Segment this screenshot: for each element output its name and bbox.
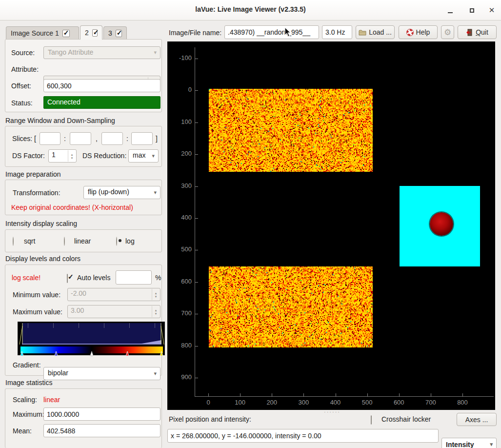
slice-end-row-input[interactable] xyxy=(70,132,91,145)
radio-sqrt[interactable] xyxy=(13,237,14,246)
tab-image-source-3[interactable]: 3 xyxy=(103,26,127,40)
tab1-checkbox[interactable] xyxy=(62,30,70,37)
gradient-value: bipolar xyxy=(48,369,68,377)
x-tick-label: 300 xyxy=(291,399,316,406)
y-tick-mark xyxy=(195,218,198,219)
minimize-icon[interactable] xyxy=(444,5,456,17)
tab2-checkbox[interactable] xyxy=(92,29,98,37)
x-tick-label: 200 xyxy=(259,399,284,406)
section-title-scaling: Intensity display scaling xyxy=(5,220,77,227)
axes-button[interactable]: Axes ... xyxy=(457,413,497,426)
x-tick-label: 600 xyxy=(386,399,412,406)
status-badge: Connected xyxy=(43,96,160,109)
y-tick-label: 200 xyxy=(167,150,192,157)
gradient-markers[interactable] xyxy=(18,350,165,356)
intensity-histogram[interactable] xyxy=(18,322,165,355)
slice-start-col-input[interactable] xyxy=(101,132,123,145)
pixel-position-label: Pixel position and intensity: xyxy=(169,415,251,423)
ds-reduction-label: DS Reduction: xyxy=(82,152,126,160)
spinner-arrows-icon[interactable]: ▴▾ xyxy=(152,289,160,300)
gear-icon: ⚙ xyxy=(444,27,451,38)
window-title: laVue: Live Image Viewer (v2.33.5) xyxy=(0,5,501,13)
tab3-checkbox[interactable] xyxy=(116,30,122,37)
quit-label: Quit xyxy=(476,28,488,36)
pixel-position-input[interactable] xyxy=(167,429,439,443)
settings-button[interactable]: ⚙ xyxy=(441,25,454,39)
y-tick-label: 100 xyxy=(167,118,192,125)
x-axis-line xyxy=(195,396,494,397)
x-tick-mark xyxy=(303,393,304,396)
y-tick-label: 900 xyxy=(167,373,192,381)
x-tick-mark xyxy=(272,393,272,396)
offset-input[interactable] xyxy=(43,79,160,92)
image-file-label: Image/File name: xyxy=(169,29,221,37)
radio-linear-label: linear xyxy=(74,237,91,245)
source-label: Source: xyxy=(11,49,35,57)
radio-log[interactable] xyxy=(116,237,117,246)
minimum-value: -2.00 xyxy=(71,289,86,297)
statistics-frame: Scaling: linear Maximum: Mean: xyxy=(5,388,162,448)
y-tick-label: 800 xyxy=(167,342,192,349)
red-ball xyxy=(430,212,453,236)
y-tick-label: -100 xyxy=(167,54,192,61)
scaling-frame: sqrt linear log xyxy=(5,229,162,252)
close-icon[interactable]: ✕ xyxy=(486,5,498,17)
slice-end-col-input[interactable] xyxy=(131,132,153,145)
slices-comma: , xyxy=(96,135,98,143)
display-mode-value: Intensity xyxy=(446,441,474,448)
display-mode-combo[interactable]: Intensity ▾ xyxy=(441,438,497,448)
spinner-arrows-icon[interactable]: ▴▾ xyxy=(68,150,76,162)
ds-reduction-combo[interactable]: max ▾ xyxy=(128,149,159,163)
gradient-label: Gradient: xyxy=(13,361,41,369)
auto-levels-checkbox[interactable] xyxy=(67,274,68,283)
transformation-label: Transformation: xyxy=(13,189,60,197)
tab-image-source-2[interactable]: 2 xyxy=(80,25,102,40)
quit-button[interactable]: Quit xyxy=(458,25,497,39)
y-tick-mark xyxy=(195,346,198,346)
stats-mean-input[interactable] xyxy=(43,424,160,437)
splitter-handle[interactable]: ······ xyxy=(324,409,341,415)
y-tick-mark xyxy=(195,250,198,250)
refresh-rate-input[interactable] xyxy=(322,25,352,39)
stats-maximum-input[interactable] xyxy=(43,407,160,421)
coordinates-warning: Keep original coordinates! (X-horizontal… xyxy=(11,204,133,211)
slices-colon2: : xyxy=(126,135,128,143)
x-tick-label: 400 xyxy=(323,399,348,406)
chevron-down-icon: ▾ xyxy=(154,370,157,377)
status-label: Status: xyxy=(11,99,33,107)
y-tick-mark xyxy=(195,282,198,283)
source-combo[interactable]: Tango Attribute ▾ xyxy=(43,46,160,59)
maximum-value-spinbox[interactable]: 3.00 ▴▾ xyxy=(67,305,160,318)
x-tick-mark xyxy=(367,393,368,396)
crosshair-locker-checkbox[interactable] xyxy=(371,415,372,425)
image-file-input[interactable] xyxy=(224,25,319,39)
lifebuoy-icon xyxy=(406,29,414,36)
section-title-levels: Display levels and colors xyxy=(5,255,80,263)
spinner-arrows-icon[interactable]: ▴▾ xyxy=(152,306,160,317)
minimum-value-spinbox[interactable]: -2.00 ▴▾ xyxy=(67,288,160,301)
load-label: Load ... xyxy=(369,28,392,36)
noise-image-top xyxy=(209,89,373,172)
gradient-combo[interactable]: bipolar ▾ xyxy=(43,367,160,380)
minimum-value-label: Minimum value: xyxy=(13,291,60,299)
x-tick-mark xyxy=(462,393,463,396)
levels-frame: log scale! Auto levels % Minimum value: … xyxy=(5,265,162,376)
section-title-statistics: Image statistics xyxy=(5,379,52,387)
help-button[interactable]: Help xyxy=(399,25,438,39)
transformation-combo[interactable]: flip (up-down) ▾ xyxy=(83,186,160,199)
load-button[interactable]: Load ... xyxy=(356,25,395,39)
x-tick-label: 700 xyxy=(418,399,443,406)
region-handles[interactable] xyxy=(18,322,165,346)
ds-factor-spinbox[interactable]: 1 ▴▾ xyxy=(48,149,77,163)
maximize-icon[interactable] xyxy=(466,5,478,17)
plot-area[interactable]: -100010020030040050060070080090001002003… xyxy=(167,41,495,410)
radio-linear[interactable] xyxy=(64,237,65,246)
slice-start-row-input[interactable] xyxy=(40,132,60,145)
tab-image-source-1[interactable]: Image Source 1 xyxy=(6,26,79,40)
auto-levels-percent-input[interactable] xyxy=(116,270,152,285)
axes-label: Axes ... xyxy=(465,416,488,424)
transformation-value: flip (up-down) xyxy=(88,188,129,196)
tab-label: 3 xyxy=(108,29,112,37)
y-tick-label: 300 xyxy=(167,182,192,189)
source-value: Tango Attribute xyxy=(48,48,93,56)
